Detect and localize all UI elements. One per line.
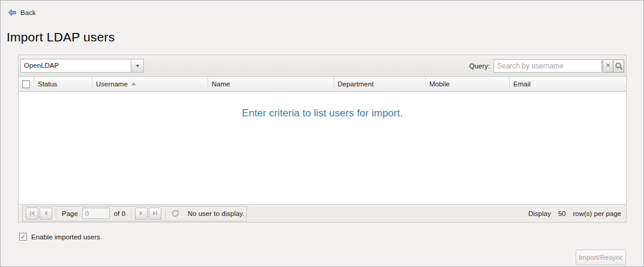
ldap-import-panel: OpenLDAP Query: ×: [18, 55, 627, 223]
column-header-email[interactable]: Email: [510, 77, 626, 91]
page-of-label: of 0: [114, 210, 125, 217]
select-all-header-cell: [19, 77, 34, 91]
search-button[interactable]: [613, 59, 624, 73]
display-label: Display: [528, 210, 551, 217]
back-arrow-icon: [8, 9, 16, 16]
next-page-button[interactable]: [135, 208, 148, 220]
column-header-department[interactable]: Department: [334, 77, 426, 91]
chevron-down-icon: [131, 59, 143, 72]
column-header-status[interactable]: Status: [34, 77, 92, 91]
first-page-button[interactable]: [26, 208, 38, 220]
select-all-checkbox[interactable]: [22, 80, 30, 88]
pager-bar: Page of 0 No user to display. Display 50: [19, 204, 626, 222]
pager-status: No user to display.: [188, 210, 244, 217]
query-area: Query: ×: [469, 59, 624, 73]
toolbar: OpenLDAP Query: ×: [19, 55, 626, 77]
pager-controls: Page of 0 No user to display.: [22, 206, 247, 221]
page-title: Import LDAP users: [7, 30, 115, 44]
pager-separator: [165, 209, 165, 218]
enable-imported-users-row: ✓ Enable imported users: [19, 233, 100, 241]
rows-per-page-label: row(s) per page: [573, 210, 621, 217]
prev-page-icon: [42, 209, 50, 217]
refresh-icon: [171, 209, 180, 218]
sort-ascending-icon: [131, 82, 136, 85]
last-page-icon: [151, 209, 159, 217]
pager-separator: [56, 209, 56, 218]
ldap-server-select-value: OpenLDAP: [21, 59, 131, 72]
display-settings: Display 50 row(s) per page: [528, 210, 622, 217]
ldap-server-select[interactable]: OpenLDAP: [20, 59, 144, 73]
first-page-icon: [28, 209, 36, 217]
refresh-button[interactable]: [168, 208, 182, 220]
back-label: Back: [20, 9, 36, 16]
grid-body: Enter criteria to list users for import.: [19, 92, 626, 204]
pager-separator: [131, 209, 131, 218]
enable-imported-users-label: Enable imported users: [31, 233, 100, 241]
back-link[interactable]: Back: [8, 9, 36, 16]
column-header-username[interactable]: Username: [92, 77, 208, 91]
clear-search-button[interactable]: ×: [603, 59, 613, 73]
import-ldap-users-page: Back Import LDAP users OpenLDAP Query: ×: [0, 0, 644, 267]
prev-page-button[interactable]: [40, 208, 52, 220]
empty-state-message: Enter criteria to list users for import.: [19, 92, 626, 119]
query-label: Query:: [469, 62, 490, 70]
column-header-mobile[interactable]: Mobile: [426, 77, 510, 91]
enable-imported-users-checkbox[interactable]: ✓: [19, 233, 27, 241]
check-icon: ✓: [20, 233, 26, 240]
close-icon: ×: [606, 61, 610, 69]
search-input[interactable]: [493, 59, 602, 73]
page-size-value[interactable]: 50: [558, 210, 566, 217]
grid-header: Status Username Name Department Mobile E…: [19, 77, 626, 92]
import-resync-button[interactable]: Import/Resync: [576, 250, 626, 265]
search-icon: [615, 62, 623, 70]
page-label: Page: [62, 210, 78, 217]
column-header-name[interactable]: Name: [208, 77, 334, 91]
next-page-icon: [137, 209, 145, 217]
last-page-button[interactable]: [149, 208, 161, 220]
page-number-input[interactable]: [82, 208, 110, 219]
